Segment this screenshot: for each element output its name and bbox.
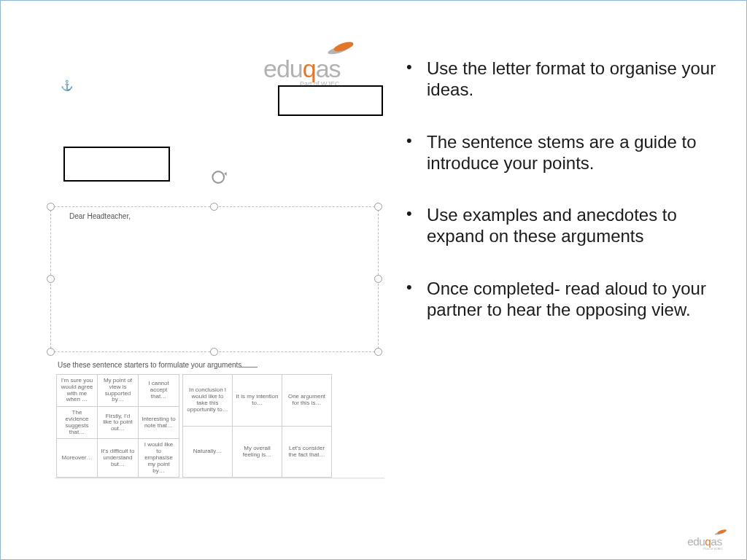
resize-handle[interactable]: [374, 203, 382, 211]
sentence-starter-tables: I'm sure you would agree with me when …M…: [56, 374, 332, 478]
svg-point-0: [212, 171, 224, 183]
anchor-icon: ⚓: [61, 79, 73, 91]
resize-handle[interactable]: [210, 348, 218, 356]
starter-table-2: In conclusion I would like to take this …: [182, 374, 332, 478]
rotate-icon: [209, 167, 230, 187]
bullet-item: The sentence stems are a guide to introd…: [396, 131, 717, 174]
resize-handle[interactable]: [47, 203, 55, 211]
instruction-bullets: Use the letter format to organise your i…: [396, 58, 717, 351]
selection-frame[interactable]: [50, 206, 379, 352]
starters-intro: Use these sentence starters to formulate…: [58, 361, 258, 369]
resize-handle[interactable]: [374, 275, 382, 283]
bullet-item: Use the letter format to organise your i…: [396, 58, 717, 101]
letter-salutation: Dear Headteacher,: [69, 212, 131, 220]
resize-handle[interactable]: [47, 348, 55, 356]
bullet-item: Use examples and anecdotes to expand on …: [396, 204, 717, 247]
horizontal-rule: [55, 478, 384, 478]
empty-box-left: [63, 147, 170, 182]
resize-handle[interactable]: [374, 348, 382, 356]
eduqas-logo-bottom: eduqas Part of WJEC: [687, 528, 733, 551]
resize-handle[interactable]: [47, 275, 55, 283]
worksheet-panel: ⚓ eduqas Part of WJEC Dear Headteacher,: [47, 42, 377, 508]
slide: ⚓ eduqas Part of WJEC Dear Headteacher,: [0, 0, 747, 560]
empty-box-top: [278, 85, 383, 116]
bullet-item: Once completed- read aloud to your partn…: [396, 278, 717, 321]
eduqas-logo-top: eduqas Part of WJEC: [263, 39, 363, 88]
starter-table-1: I'm sure you would agree with me when …M…: [56, 374, 179, 478]
resize-handle[interactable]: [210, 203, 218, 211]
